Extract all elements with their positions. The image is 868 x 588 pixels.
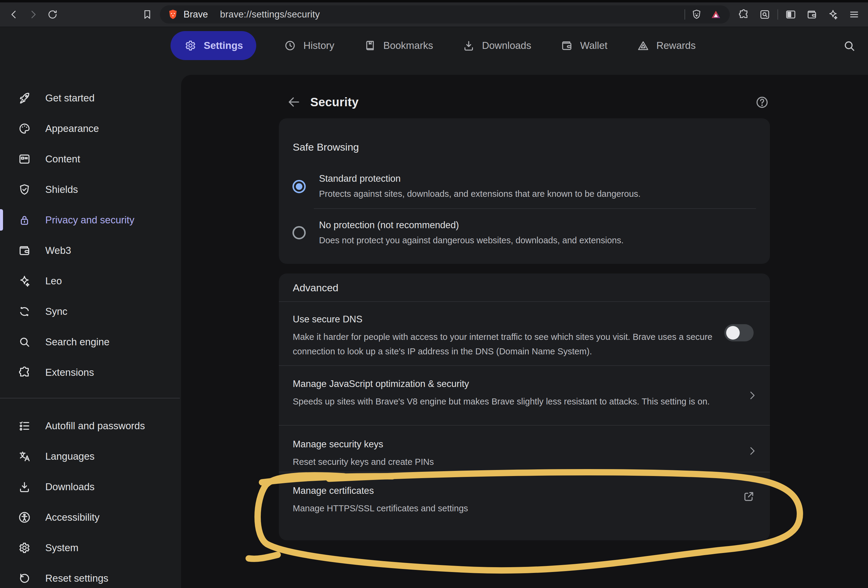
wallet-icon [560,39,573,52]
bookmark-icon[interactable] [139,6,156,23]
sidebar-item-label: Extensions [45,367,94,378]
sidebar-item-accessibility[interactable]: Accessibility [0,502,181,532]
clock-icon [283,39,297,52]
translate-icon [18,449,31,463]
gear-icon [184,39,197,52]
sidebar-item-label: Privacy and security [45,214,134,226]
sidebar-item-languages[interactable]: Languages [0,441,181,471]
tab-rewards[interactable]: Rewards [635,31,697,60]
sidebar-item-label: Sync [45,306,67,317]
advanced-card: Advanced Use secure DNS Make it harder f… [279,273,770,540]
sidebar-item-sync[interactable]: Sync [0,296,181,327]
settings-nav-tabs: Settings History Bookmarks Downloads Wal… [171,31,697,61]
sidebar-item-system[interactable]: System [0,532,181,563]
sidebar-item-label: Content [45,153,80,165]
section-heading: Safe Browsing [293,141,359,153]
search-tabs-icon[interactable] [756,6,773,23]
settings-search-icon[interactable] [842,38,856,53]
chevron-right-icon[interactable] [746,389,758,402]
tab-history[interactable]: History [282,31,336,60]
sidebar-item-appearance[interactable]: Appearance [0,113,181,144]
content-window-icon [18,152,31,166]
forward-icon[interactable] [25,6,42,23]
sidebar-item-autofill-and-passwords[interactable]: Autofill and passwords [0,411,181,441]
tab-wallet[interactable]: Wallet [558,31,609,60]
row-description: Reset security keys and create PINs [293,455,434,469]
lock-icon [18,213,31,227]
row-label: Manage security keys [293,439,383,450]
leo-ai-icon[interactable] [825,6,841,23]
sidebar-item-downloads[interactable]: Downloads [0,471,181,502]
sidebar-item-extensions[interactable]: Extensions [0,357,181,387]
row-description: Make it harder for people with access to… [293,329,715,359]
sidebar-item-label: Web3 [45,245,71,256]
tab-settings[interactable]: Settings [171,31,256,60]
sidebar-item-reset-settings[interactable]: Reset settings [0,563,181,588]
checklist-icon [18,419,31,433]
sidebar-item-privacy-and-security[interactable]: Privacy and security [0,205,181,235]
security-page-header: Security [286,94,359,110]
sidebar-item-label: Shields [45,184,78,195]
url-text[interactable]: brave://settings/security [220,9,320,20]
sidebar-item-search-engine[interactable]: Search engine [0,327,181,357]
sidebar-item-web3[interactable]: Web3 [0,235,181,266]
sidebar-panel-icon[interactable] [782,6,799,23]
sparkle-icon [18,274,31,288]
toolbar-right-icons [735,6,862,23]
external-link-icon[interactable] [742,490,756,504]
palette-icon [18,122,31,136]
divider [279,425,770,425]
divider [279,472,770,473]
help-icon[interactable] [754,95,770,110]
url-bar[interactable]: Brave brave://settings/security [160,6,730,24]
menu-icon[interactable] [846,6,862,23]
sidebar-item-label: Languages [45,451,94,462]
row-description: Manage HTTPS/SSL certificates and settin… [293,501,468,516]
book-icon [363,39,376,52]
download-icon [462,39,475,52]
sidebar-item-shields[interactable]: Shields [0,174,181,205]
divider [279,301,770,302]
row-label: Manage JavaScript optimization & securit… [293,378,469,389]
search-icon [18,335,31,349]
extensions-icon[interactable] [735,6,752,23]
tab-label: Bookmarks [383,40,433,51]
urlbar-divider [685,9,685,20]
sidebar-item-content[interactable]: Content [0,144,181,174]
row-label: Manage certificates [293,485,374,496]
settings-sidebar: Get started Appearance Content Shields P… [0,75,181,588]
secure-dns-toggle[interactable] [724,324,754,341]
sidebar-item-label: Appearance [45,123,99,134]
sidebar-item-label: System [45,542,78,554]
accessibility-icon [18,510,31,524]
sidebar-item-get-started[interactable]: Get started [0,83,181,113]
selected-indicator [0,209,3,230]
page-title: Security [310,95,359,109]
bat-rewards-icon[interactable] [709,7,723,22]
sidebar-item-leo[interactable]: Leo [0,266,181,296]
section-heading: Advanced [293,282,338,294]
back-arrow-icon[interactable] [286,94,302,110]
sidebar-item-label: Downloads [45,481,94,493]
wallet-icon[interactable] [803,6,820,23]
divider [314,208,756,209]
tab-downloads[interactable]: Downloads [460,31,533,60]
tab-bookmarks[interactable]: Bookmarks [362,31,435,60]
brave-shields-icon[interactable] [689,7,704,22]
gear-icon [18,541,31,555]
sidebar-item-label: Search engine [45,336,109,348]
chevron-right-icon[interactable] [746,445,758,457]
tab-label: Downloads [482,40,531,51]
sync-icon [18,304,31,318]
site-chip-label: Brave [183,9,208,20]
wallet-icon [18,244,31,257]
radio-selected-icon[interactable] [292,180,306,193]
option-description: Does not protect you against dangerous w… [319,235,623,245]
radio-unselected-icon[interactable] [292,226,306,239]
brave-lion-badge-icon [167,8,179,21]
sidebar-item-label: Autofill and passwords [45,420,145,431]
brave-settings-window: Brave brave://settings/security [0,0,868,588]
back-icon[interactable] [6,6,22,23]
reload-icon[interactable] [44,6,61,23]
download-icon [18,480,31,494]
